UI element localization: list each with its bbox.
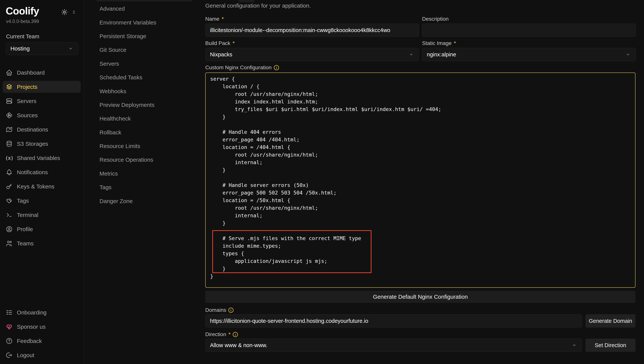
custom-nginx-label: Custom Nginx Configuration xyxy=(205,63,279,72)
required-asterisk: * xyxy=(454,40,456,46)
subnav-item-webhooks[interactable]: Webhooks xyxy=(84,84,205,98)
sidebar-item-label: Keys & Tokens xyxy=(17,183,54,190)
sidebar-item-sponsor-us[interactable]: Sponsor us xyxy=(3,321,81,333)
sidebar-item-label: Sponsor us xyxy=(17,324,46,330)
chevron-down-icon xyxy=(68,46,74,51)
chevron-down-icon xyxy=(571,342,577,348)
tags-icon xyxy=(6,197,13,204)
build-pack-value: Nixpacks xyxy=(210,51,232,58)
domains-input[interactable] xyxy=(205,314,582,327)
chevron-selector-icon[interactable] xyxy=(71,10,76,15)
sidebar-item-label: Teams xyxy=(17,240,34,247)
subnav-item-label: Advanced xyxy=(100,6,125,12)
sidebar-item-onboarding[interactable]: Onboarding xyxy=(3,306,81,318)
subnav-item-label: Resource Limits xyxy=(100,143,140,149)
static-image-value: nginx:alpine xyxy=(427,51,456,58)
direction-label: Direction* xyxy=(205,330,238,338)
sidebar-item-label: Profile xyxy=(17,226,33,233)
custom-nginx-config-editor[interactable]: server { location / { root /usr/share/ng… xyxy=(205,73,636,288)
subnav-item-label: Danger Zone xyxy=(100,198,133,204)
info-icon[interactable] xyxy=(228,307,234,313)
sidebar-item-shared-variables[interactable]: (x) Shared Variables xyxy=(3,152,81,164)
terminal-icon xyxy=(6,212,13,219)
subnav-item-label: Persistent Storage xyxy=(100,33,146,40)
settings-subnav: Advanced Environment Variables Persisten… xyxy=(84,0,205,364)
subnav-item-label: Rollback xyxy=(100,129,121,136)
chevron-down-icon xyxy=(408,51,414,58)
subnav-item-metrics[interactable]: Metrics xyxy=(84,167,205,180)
sidebar-footer-nav: Onboarding Sponsor us Feedback Logout xyxy=(0,306,84,363)
sidebar-item-label: S3 Storages xyxy=(17,141,48,147)
team-select[interactable]: Hosting xyxy=(6,42,78,55)
users-icon xyxy=(6,240,13,247)
info-icon[interactable] xyxy=(274,65,279,71)
subnav-item-label: Preview Deployments xyxy=(100,102,154,108)
bell-icon xyxy=(6,169,13,176)
subnav-item-preview-deployments[interactable]: Preview Deployments xyxy=(84,98,205,112)
sidebar-item-logout[interactable]: Logout xyxy=(3,349,81,361)
sidebar-item-label: Destinations xyxy=(17,126,48,133)
name-input[interactable] xyxy=(205,24,419,37)
sidebar-item-destinations[interactable]: Destinations xyxy=(3,124,81,135)
sidebar-item-keys-tokens[interactable]: Keys & Tokens xyxy=(3,180,81,193)
description-input[interactable] xyxy=(422,24,636,37)
sun-icon[interactable] xyxy=(61,9,68,16)
sidebar-item-sources[interactable]: Sources xyxy=(3,109,81,121)
chevron-down-icon xyxy=(625,51,631,58)
subnav-item-resource-operations[interactable]: Resource Operations xyxy=(84,153,205,167)
layers-icon xyxy=(6,83,13,90)
domains-label: Domains xyxy=(205,306,234,314)
subnav-item-advanced[interactable]: Advanced xyxy=(84,2,205,16)
map-icon xyxy=(6,126,13,133)
sidebar-item-label: Feedback xyxy=(17,338,42,344)
home-icon xyxy=(6,69,13,76)
subnav-item-servers[interactable]: Servers xyxy=(84,57,205,71)
sidebar-item-dashboard[interactable]: Dashboard xyxy=(3,67,81,79)
subnav-item-label: Webhooks xyxy=(100,88,126,95)
subnav-item-label: Scheduled Tasks xyxy=(100,74,142,81)
sidebar-item-projects[interactable]: Projects xyxy=(3,81,81,93)
sidebar-item-label: Terminal xyxy=(17,212,38,218)
sidebar-item-label: Projects xyxy=(17,84,37,90)
subnav-item-environment-variables[interactable]: Environment Variables xyxy=(84,16,205,29)
checklist-icon xyxy=(6,309,13,316)
subnav-item-label: Resource Operations xyxy=(100,156,153,163)
name-label: Name* xyxy=(205,15,419,23)
subnav-item-scheduled-tasks[interactable]: Scheduled Tasks xyxy=(84,71,205,84)
subnav-item-persistent-storage[interactable]: Persistent Storage xyxy=(84,30,205,43)
logout-icon xyxy=(6,352,13,359)
subnav-item-danger-zone[interactable]: Danger Zone xyxy=(84,194,205,208)
required-asterisk: * xyxy=(232,40,235,46)
build-pack-select[interactable]: Nixpacks xyxy=(205,48,419,61)
set-direction-button[interactable]: Set Direction xyxy=(586,338,636,352)
sidebar-item-profile[interactable]: Profile xyxy=(3,223,81,235)
sidebar-nav: Dashboard Projects Servers Sources Desti… xyxy=(0,67,84,252)
key-icon xyxy=(6,183,13,190)
static-image-select[interactable]: nginx:alpine xyxy=(422,48,636,61)
subnav-item-general-partial[interactable] xyxy=(96,0,193,2)
sidebar-item-notifications[interactable]: Notifications xyxy=(3,166,81,178)
required-asterisk: * xyxy=(228,331,230,337)
sidebar-item-s3-storages[interactable]: S3 Storages xyxy=(3,138,81,150)
direction-select[interactable]: Allow www & non-www. xyxy=(205,338,582,352)
app-logo: Coolify xyxy=(6,5,39,17)
sidebar-item-servers[interactable]: Servers xyxy=(3,95,81,107)
sidebar-item-teams[interactable]: Teams xyxy=(3,237,81,249)
generate-default-nginx-configuration-button[interactable]: Generate Default Nginx Configuration xyxy=(205,291,636,303)
sidebar-item-tags[interactable]: Tags xyxy=(3,195,81,207)
subnav-item-rollback[interactable]: Rollback xyxy=(84,126,205,139)
subnav-item-git-source[interactable]: Git Source xyxy=(84,43,205,57)
subnav-item-tags[interactable]: Tags xyxy=(84,180,205,194)
sidebar-item-label: Shared Variables xyxy=(17,155,60,161)
sidebar-item-label: Tags xyxy=(17,198,29,204)
app-version: v4.0.0-beta.399 xyxy=(6,19,39,24)
subnav-item-healthcheck[interactable]: Healthcheck xyxy=(84,112,205,125)
parentheses-x-icon: (x) xyxy=(6,154,13,161)
sidebar-item-label: Onboarding xyxy=(17,309,46,316)
server-icon xyxy=(6,98,13,105)
subnav-item-resource-limits[interactable]: Resource Limits xyxy=(84,139,205,153)
sidebar-item-terminal[interactable]: Terminal xyxy=(3,209,81,221)
info-icon[interactable] xyxy=(232,331,238,337)
generate-domain-button[interactable]: Generate Domain xyxy=(586,314,636,327)
sidebar-item-feedback[interactable]: Feedback xyxy=(3,335,81,347)
